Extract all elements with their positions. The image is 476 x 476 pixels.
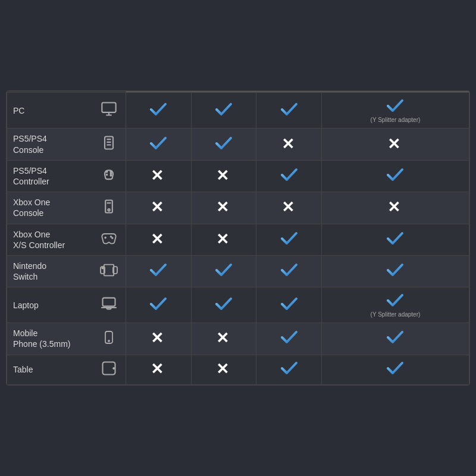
- device-cell: Xbox OneConsole: [7, 192, 126, 224]
- wired-sound-cell: [256, 287, 322, 323]
- wireless-sound-cell: [126, 287, 192, 323]
- device-cell: PS5/PS4Console: [7, 129, 126, 160]
- svg-text:✕: ✕: [281, 135, 295, 152]
- device-name: Table: [13, 364, 98, 375]
- device-icon: [98, 262, 120, 281]
- device-cell: NintendoSwitch: [7, 255, 126, 287]
- wireless-mic-cell: ✕: [191, 192, 256, 224]
- wired-mic-cell: (Y Splitter adapter): [321, 93, 469, 129]
- wired-sound-cell: [256, 255, 322, 287]
- svg-point-11: [111, 173, 112, 174]
- table-row: Xbox OneConsole ✕ ✕ ✕ ✕: [7, 192, 469, 224]
- wireless-sound-cell: ✕: [126, 323, 192, 355]
- svg-text:✕: ✕: [387, 135, 400, 152]
- device-icon: [98, 101, 120, 120]
- device-icon: [98, 166, 120, 186]
- svg-point-33: [102, 267, 103, 268]
- device-icon: [98, 360, 120, 380]
- device-icon: [98, 134, 120, 154]
- device-name: PS5/PS4Controller: [13, 165, 98, 187]
- device-name: PC: [13, 105, 98, 116]
- svg-point-37: [108, 340, 109, 342]
- svg-text:✕: ✕: [216, 167, 229, 183]
- table-row: PS5/PS4Controller ✕ ✕: [7, 160, 469, 192]
- wireless-mic-cell: [191, 129, 256, 160]
- device-icon: [98, 329, 120, 349]
- svg-rect-0: [102, 103, 115, 112]
- svg-text:✕: ✕: [151, 230, 164, 247]
- svg-point-26: [111, 236, 112, 237]
- table-row: PC: [7, 93, 469, 129]
- table-row: Xbox OneX/S Controller ✕ ✕: [7, 224, 469, 255]
- wired-sound-cell: [256, 224, 322, 255]
- device-cell: Laptop: [7, 287, 126, 323]
- wired-mic-cell: [321, 160, 469, 192]
- wireless-sound-cell: [126, 129, 192, 160]
- svg-text:✕: ✕: [387, 198, 400, 215]
- wired-sound-cell: [256, 160, 322, 192]
- svg-point-19: [108, 209, 110, 211]
- wireless-mic-cell: ✕: [191, 224, 256, 255]
- device-name: Xbox OneConsole: [13, 197, 98, 218]
- svg-text:✕: ✕: [216, 360, 229, 377]
- wireless-sound-cell: ✕: [126, 355, 192, 384]
- svg-rect-34: [103, 298, 115, 306]
- wireless-mic-cell: ✕: [191, 160, 256, 192]
- wired-mic-cell: (Y Splitter adapter): [321, 287, 469, 323]
- wireless-mic-cell: [191, 255, 256, 287]
- device-name: PS5/PS4Console: [13, 133, 98, 155]
- wired-sound-cell: [256, 323, 322, 355]
- wired-mic-cell: ✕: [321, 129, 469, 160]
- svg-rect-35: [107, 308, 111, 309]
- svg-text:✕: ✕: [151, 167, 164, 183]
- wireless-mic-cell: ✕: [191, 323, 256, 355]
- device-name: NintendoSwitch: [13, 261, 98, 282]
- table-row: PS5/PS4Console ✕: [7, 129, 469, 160]
- wireless-sound-cell: ✕: [126, 224, 192, 255]
- wireless-mic-cell: ✕: [191, 355, 256, 384]
- svg-point-41: [113, 368, 114, 369]
- wired-mic-cell: [321, 255, 469, 287]
- wireless-mic-cell: [191, 93, 256, 129]
- wired-sound-cell: ✕: [256, 192, 322, 224]
- wireless-sound-cell: [126, 93, 192, 129]
- device-icon: [98, 295, 120, 315]
- wireless-sound-cell: ✕: [126, 160, 192, 192]
- svg-text:✕: ✕: [151, 329, 164, 346]
- wired-mic-cell: [321, 323, 469, 355]
- device-cell: PS5/PS4Controller: [7, 160, 126, 192]
- table-row: Laptop: [7, 287, 469, 323]
- table-row: NintendoSwitch: [7, 255, 469, 287]
- wired-sound-cell: ✕: [256, 129, 322, 160]
- svg-rect-3: [105, 137, 113, 149]
- compatibility-table: PC: [6, 90, 470, 385]
- wireless-sound-cell: [126, 255, 192, 287]
- svg-point-13: [106, 171, 107, 173]
- device-name: Laptop: [13, 300, 98, 311]
- table-row: MobilePhone (3.5mm) ✕ ✕: [7, 323, 469, 355]
- device-name: MobilePhone (3.5mm): [13, 328, 98, 349]
- svg-text:✕: ✕: [216, 230, 229, 247]
- wired-sound-cell: [256, 355, 322, 384]
- svg-point-27: [112, 237, 113, 239]
- device-cell: PC: [7, 93, 126, 129]
- svg-text:✕: ✕: [151, 198, 164, 215]
- device-cell: Xbox OneX/S Controller: [7, 224, 126, 255]
- wired-mic-cell: ✕: [321, 192, 469, 224]
- svg-point-14: [110, 171, 111, 173]
- wireless-sound-cell: ✕: [126, 192, 192, 224]
- svg-text:✕: ✕: [216, 329, 229, 346]
- wired-mic-cell: [321, 355, 469, 384]
- svg-text:✕: ✕: [281, 198, 295, 215]
- svg-point-12: [111, 175, 112, 176]
- wireless-mic-cell: [191, 287, 256, 323]
- device-cell: MobilePhone (3.5mm): [7, 323, 126, 355]
- device-icon: [98, 230, 120, 249]
- device-icon: [98, 198, 120, 218]
- wired-mic-cell: [321, 224, 469, 255]
- device-name: Xbox OneX/S Controller: [13, 229, 98, 250]
- svg-rect-30: [104, 264, 114, 275]
- table-row: Table ✕ ✕: [7, 355, 469, 384]
- device-cell: Table: [7, 355, 126, 384]
- svg-text:✕: ✕: [151, 360, 164, 377]
